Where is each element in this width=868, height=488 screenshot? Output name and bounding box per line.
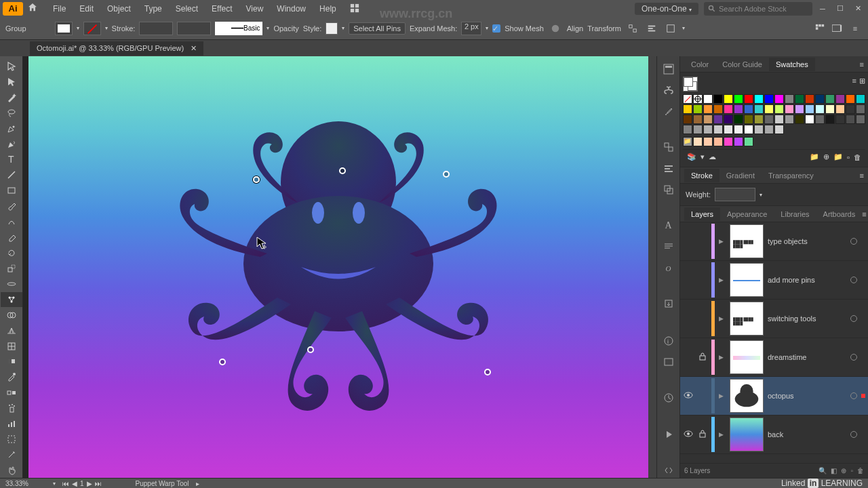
swatch[interactable]	[856, 104, 865, 114]
tab-stroke[interactable]: Stroke	[684, 169, 719, 182]
stroke-weight-dropdown[interactable]	[139, 22, 173, 35]
swatch[interactable]	[683, 115, 692, 124]
layer-thumbnail[interactable]	[730, 379, 764, 413]
menu-effect[interactable]: Effect	[205, 1, 239, 16]
align-panel-icon[interactable]	[660, 161, 677, 176]
swatch[interactable]	[754, 94, 764, 104]
octopus-artwork[interactable]	[155, 81, 521, 420]
swatch[interactable]	[795, 115, 804, 124]
paragraph-panel-icon[interactable]	[660, 240, 677, 254]
swatch[interactable]	[683, 125, 692, 134]
layer-row[interactable]: ▶████ ████ ████type objects	[680, 222, 868, 261]
swatch[interactable]	[815, 94, 825, 104]
tab-close-icon[interactable]: ✕	[191, 44, 197, 53]
puppet-pin[interactable]	[443, 171, 450, 178]
swatch[interactable]	[744, 125, 753, 134]
target-icon[interactable]	[850, 431, 857, 438]
swatch[interactable]	[713, 125, 723, 134]
perspective-grid-tool[interactable]	[1, 323, 22, 338]
delete-swatch-icon[interactable]: 🗑	[854, 153, 861, 161]
line-tool[interactable]	[1, 167, 22, 182]
menu-view[interactable]: View	[239, 1, 271, 16]
tab-color[interactable]: Color	[684, 58, 715, 71]
swatch-options-icon[interactable]: ☁	[709, 152, 716, 161]
swatch[interactable]	[835, 115, 845, 124]
expand-layer-icon[interactable]: ▶	[719, 392, 726, 399]
swatch[interactable]	[703, 137, 713, 146]
swatch[interactable]	[744, 115, 753, 124]
tab-gradient[interactable]: Gradient	[719, 169, 762, 182]
expand-layer-icon[interactable]: ▶	[719, 277, 726, 283]
expand-layer-icon[interactable]: ▶	[719, 238, 726, 245]
info-panel-icon[interactable]: i	[660, 333, 677, 348]
swatch[interactable]	[703, 104, 713, 114]
list-view-icon[interactable]: ≡	[852, 77, 856, 92]
swatch[interactable]	[734, 115, 743, 124]
layer-name[interactable]: add more pins	[768, 276, 846, 284]
swatch[interactable]	[703, 115, 713, 124]
arrange-icon[interactable]	[663, 22, 678, 35]
status-dropdown-icon[interactable]: ▸	[196, 480, 199, 487]
visibility-toggle[interactable]	[683, 392, 694, 400]
artboard-nav[interactable]: ⏮ ◀ 1 ▶ ⏭	[62, 480, 102, 487]
swatch[interactable]	[815, 115, 825, 124]
swatch[interactable]	[754, 104, 764, 114]
style-swatch[interactable]	[326, 22, 338, 35]
menu-select[interactable]: Select	[169, 1, 205, 16]
swatch[interactable]	[774, 104, 784, 114]
artboard-tool[interactable]	[1, 432, 22, 447]
swatch[interactable]	[835, 104, 845, 114]
swatch-registration[interactable]	[693, 94, 703, 104]
minimize-icon[interactable]: ─	[815, 2, 830, 16]
opentype-panel-icon[interactable]: O	[660, 261, 677, 275]
target-icon[interactable]	[850, 238, 857, 245]
app-icon[interactable]: Ai	[3, 2, 23, 16]
navigator-panel-icon[interactable]	[660, 354, 677, 369]
swatch[interactable]	[805, 94, 814, 104]
tab-transparency[interactable]: Transparency	[762, 169, 821, 182]
folder-icon[interactable]: 📁	[833, 152, 843, 161]
character-panel-icon[interactable]: A	[660, 219, 677, 233]
swatch[interactable]	[774, 115, 784, 124]
tab-layers[interactable]: Layers	[684, 207, 720, 221]
layer-name[interactable]: back	[768, 430, 846, 439]
artboard[interactable]: +	[28, 56, 648, 478]
target-icon[interactable]	[850, 315, 857, 322]
grid-icon[interactable]	[812, 22, 827, 35]
css-panel-icon[interactable]	[660, 464, 677, 478]
swatch[interactable]	[713, 104, 723, 114]
swatch[interactable]	[764, 125, 774, 134]
swatch[interactable]	[693, 115, 703, 124]
hand-tool[interactable]	[1, 463, 22, 478]
next-artboard-icon[interactable]: ▶	[87, 480, 92, 487]
new-layer-icon[interactable]: ▫	[850, 467, 853, 474]
selection-tool[interactable]	[1, 59, 22, 74]
menu-object[interactable]: Object	[100, 1, 138, 16]
align-label[interactable]: Align	[567, 24, 583, 33]
lock-toggle[interactable]	[698, 352, 707, 362]
swatch[interactable]	[785, 104, 794, 114]
layer-name[interactable]: switching tools	[768, 314, 846, 323]
swatch[interactable]	[734, 137, 743, 146]
swatch[interactable]	[805, 104, 814, 114]
layer-thumbnail[interactable]	[730, 340, 764, 374]
symbol-sprayer-tool[interactable]	[1, 401, 22, 415]
layer-name[interactable]: dreamstime	[768, 353, 846, 361]
layer-row[interactable]: ▶octopus	[680, 377, 868, 415]
swatch[interactable]	[724, 104, 733, 114]
grid-view-icon[interactable]: ⊞	[859, 77, 865, 92]
swatch[interactable]	[734, 104, 743, 114]
transform-label[interactable]: Transform	[587, 24, 621, 33]
expand-layer-icon[interactable]: ▶	[719, 315, 726, 322]
width-tool[interactable]	[1, 277, 22, 291]
gradient-tool[interactable]	[1, 354, 22, 369]
search-input[interactable]: Search Adobe Stock	[704, 2, 812, 16]
swatch[interactable]	[764, 115, 774, 124]
swatch[interactable]	[846, 104, 855, 114]
swatch[interactable]	[744, 104, 753, 114]
layer-thumbnail[interactable]	[730, 418, 764, 451]
snap-icon[interactable]	[830, 22, 845, 35]
swatch[interactable]	[825, 104, 835, 114]
layer-name[interactable]: octopus	[768, 392, 846, 400]
home-icon[interactable]	[27, 2, 42, 16]
